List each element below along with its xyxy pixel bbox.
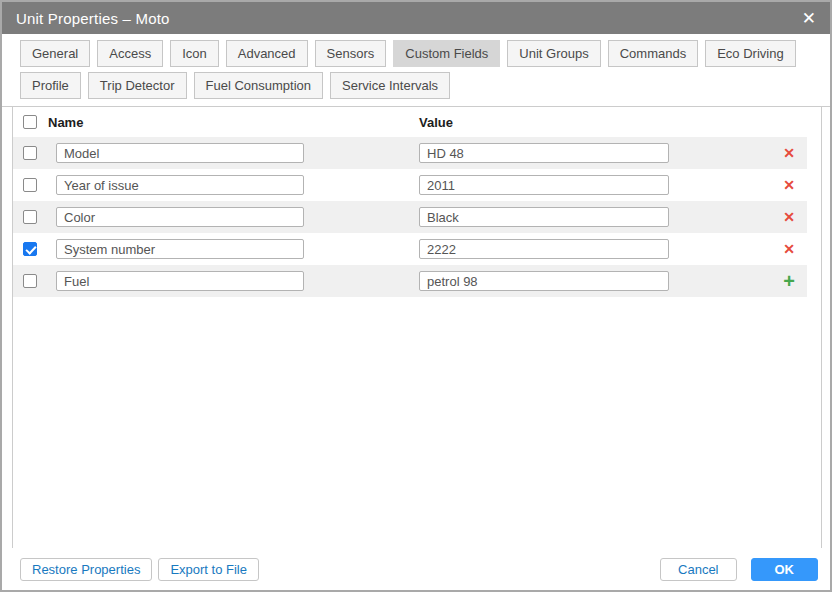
tab-label: Fuel Consumption [206, 78, 312, 93]
row-checkbox[interactable] [23, 242, 37, 256]
row-checkbox[interactable] [23, 210, 37, 224]
name-column-header: Name [48, 115, 408, 130]
custom-field-name-input[interactable] [56, 207, 304, 227]
cancel-button[interactable]: Cancel [660, 558, 736, 581]
tab-label: Advanced [238, 46, 296, 61]
tab-fuel-consumption[interactable]: Fuel Consumption [194, 72, 324, 99]
tab-custom-fields[interactable]: Custom Fields [393, 40, 500, 67]
tab-label: Custom Fields [405, 46, 488, 61]
custom-field-value-input[interactable] [419, 175, 669, 195]
custom-field-name-input[interactable] [56, 271, 304, 291]
dialog-footer: Restore Properties Export to File Cancel… [2, 548, 830, 590]
tab-label: Access [109, 46, 151, 61]
dialog-title: Unit Properties – Moto [16, 10, 170, 27]
delete-field-icon[interactable]: ✕ [779, 143, 799, 163]
tab-unit-groups[interactable]: Unit Groups [507, 40, 600, 67]
tab-commands[interactable]: Commands [608, 40, 698, 67]
table-header: Name Value [13, 107, 821, 137]
table-row: + [13, 265, 807, 297]
tab-label: General [32, 46, 78, 61]
add-field-icon[interactable]: + [779, 271, 799, 291]
tab-service-intervals[interactable]: Service Intervals [330, 72, 450, 99]
close-icon[interactable]: ✕ [802, 10, 816, 27]
tab-profile[interactable]: Profile [20, 72, 81, 99]
tab-general[interactable]: General [20, 40, 90, 67]
value-column-header: Value [419, 115, 453, 130]
custom-field-name-input[interactable] [56, 143, 304, 163]
custom-field-name-input[interactable] [56, 175, 304, 195]
custom-field-value-input[interactable] [419, 143, 669, 163]
unit-properties-dialog: Unit Properties – Moto ✕ GeneralAccessIc… [0, 0, 832, 592]
tab-label: Icon [182, 46, 207, 61]
delete-field-icon[interactable]: ✕ [779, 239, 799, 259]
tab-label: Unit Groups [519, 46, 588, 61]
tab-row-1: GeneralAccessIconAdvancedSensorsCustom F… [20, 40, 812, 67]
custom-fields-panel: Name Value ✕ ✕ ✕ ✕ + [12, 107, 822, 548]
row-checkbox[interactable] [23, 146, 37, 160]
tab-label: Service Intervals [342, 78, 438, 93]
delete-field-icon[interactable]: ✕ [779, 207, 799, 227]
tab-access[interactable]: Access [97, 40, 163, 67]
tab-advanced[interactable]: Advanced [226, 40, 308, 67]
tab-label: Sensors [327, 46, 375, 61]
table-row: ✕ [13, 169, 807, 201]
tabs-section: GeneralAccessIconAdvancedSensorsCustom F… [2, 34, 830, 107]
table-row: ✕ [13, 233, 807, 265]
tab-label: Profile [32, 78, 69, 93]
tab-sensors[interactable]: Sensors [315, 40, 387, 67]
custom-field-value-input[interactable] [419, 239, 669, 259]
row-checkbox[interactable] [23, 178, 37, 192]
table-row: ✕ [13, 201, 807, 233]
select-all-checkbox[interactable] [23, 115, 37, 129]
tab-trip-detector[interactable]: Trip Detector [88, 72, 187, 99]
table-row: ✕ [13, 137, 807, 169]
tab-label: Trip Detector [100, 78, 175, 93]
tab-icon[interactable]: Icon [170, 40, 219, 67]
ok-button[interactable]: OK [751, 558, 819, 581]
custom-field-name-input[interactable] [56, 239, 304, 259]
restore-properties-button[interactable]: Restore Properties [20, 558, 152, 581]
custom-field-value-input[interactable] [419, 207, 669, 227]
dialog-titlebar: Unit Properties – Moto ✕ [2, 2, 830, 34]
custom-fields-rows: ✕ ✕ ✕ ✕ + [13, 137, 807, 297]
tab-row-2: ProfileTrip DetectorFuel ConsumptionServ… [20, 72, 812, 99]
delete-field-icon[interactable]: ✕ [779, 175, 799, 195]
custom-field-value-input[interactable] [419, 271, 669, 291]
tab-eco-driving[interactable]: Eco Driving [705, 40, 795, 67]
tab-label: Eco Driving [717, 46, 783, 61]
export-to-file-button[interactable]: Export to File [158, 558, 259, 581]
tab-label: Commands [620, 46, 686, 61]
row-checkbox[interactable] [23, 274, 37, 288]
